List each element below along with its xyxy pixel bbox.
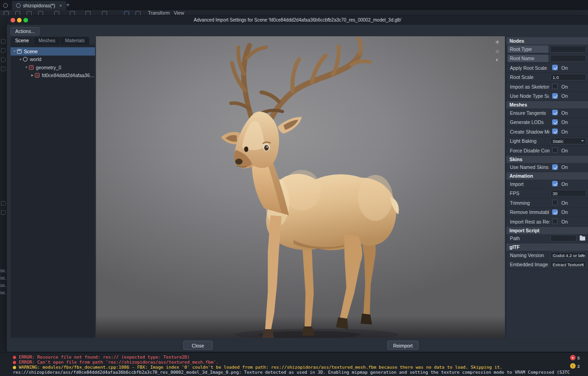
lock-tool-icon[interactable] [70,11,75,15]
snap-tool-icon[interactable] [124,11,129,15]
prop-label: Root Type [508,45,548,53]
dropdown-naming-version[interactable]: Godot 4.2 or late [550,252,586,258]
tab-scene[interactable]: Scene [11,37,34,45]
checkbox-use-named-skins[interactable] [552,164,558,170]
text-field-root-type[interactable] [550,45,586,52]
on-label: On [561,209,568,215]
file-item[interactable]: b6... [0,269,6,276]
tab-close-icon[interactable]: × [59,3,62,8]
app-icon [3,3,8,8]
prop-label: Force Disable Com [506,148,549,153]
ruler-tool-icon[interactable] [102,11,107,15]
prop-row-import-as-skeleton: Import as SkeletonOn [506,82,588,92]
file-item[interactable]: b6.. [0,291,6,298]
section-header-import-script: Import Script [506,227,588,234]
file-item[interactable]: b6... [0,276,6,283]
preview-environment-icon[interactable]: ◐ [494,56,501,63]
dialog-titlebar[interactable]: Advanced Import Settings for Scene 'fd0c… [7,16,588,25]
expander-icon[interactable]: ▼ [12,50,17,53]
reimport-button[interactable]: Reimport [387,341,418,350]
dock-icon-2[interactable] [1,48,6,53]
checkbox-create-shadow-me[interactable] [552,129,558,134]
scale-tool-icon[interactable] [38,11,43,15]
checkbox-ensure-tangents[interactable] [552,110,558,115]
group-tool-icon[interactable] [85,11,90,15]
new-tab-button[interactable]: + [66,1,70,8]
rotate-tool-icon[interactable] [27,11,32,15]
prop-label: Remove Immutabl [506,209,549,215]
dock-icon-5[interactable] [1,201,6,206]
window-zoom-button[interactable] [23,18,28,22]
preview-sunlight-icon[interactable]: ☀ [494,39,501,46]
tree-item-label: Scene [24,49,38,54]
select-tool-icon[interactable] [4,11,9,15]
prop-label: Naming Version [506,253,549,258]
checkbox-trimming[interactable] [552,200,558,205]
window-close-button[interactable] [11,18,15,22]
log-text: ERROR: Resource file not found: res:// (… [19,354,190,359]
expander-icon[interactable]: ▶ [30,73,35,77]
dock-icon-1[interactable] [1,39,6,44]
checkbox-generate-lods[interactable] [552,119,558,125]
prop-label: Embedded Image [506,262,549,267]
move-tool-icon[interactable] [15,11,20,15]
dropdown-embedded-image[interactable]: Extract Textures [550,261,586,268]
dropdown-light-baking[interactable]: Static [550,138,586,145]
folder-icon[interactable] [580,236,585,241]
scene-tab[interactable]: shizopidoras(*) × [12,1,66,10]
tree-item-label: fd0ce84ddd2d4afaa36b6ccbf... [42,73,95,78]
tree-item-fd0ce84ddd2d4afaa36b6ccbf[interactable]: ▶fd0ce84ddd2d4afaa36b6ccbf... [11,72,95,80]
tree-item-scene[interactable]: ▼Scene [11,47,95,56]
on-label: On [561,148,568,153]
expander-icon[interactable]: ▼ [18,58,23,61]
scene-tab-icon [16,3,21,8]
on-label: On [561,119,568,125]
preview-light-rotate-icon[interactable]: ☼ [494,48,501,55]
text-field-root-name[interactable] [550,55,586,62]
transform-view-menus[interactable]: Transform View [148,10,184,15]
spin-field-root-scale[interactable]: 1.0 [550,74,586,81]
warning-count-badge[interactable]: 2 [570,363,580,369]
window-minimize-button[interactable] [17,18,22,22]
checkbox-import-as-skeleton[interactable] [552,84,558,89]
checkbox-apply-root-scale[interactable] [552,65,558,70]
prop-row-root-name: Root Name [506,54,588,64]
error-count-badge[interactable]: 5 [570,355,580,360]
checkbox-import[interactable] [552,181,558,186]
tree-tabs: SceneMeshesMaterials [11,37,90,45]
tab-materials[interactable]: Materials [61,37,90,45]
file-item[interactable]: b6... [0,283,6,291]
error-dot-icon [13,356,16,359]
on-label: On [561,93,568,99]
checkbox-force-disable-com[interactable] [552,147,558,153]
scene-icon [17,49,22,54]
tree-item-geometry-0[interactable]: ▼geometry_0 [11,63,95,72]
actions-button[interactable]: Actions... [11,27,40,35]
path-field[interactable] [550,235,577,242]
left-dock-strip: b6...b6...b6...b6.. [0,15,7,353]
camera-tool-icon[interactable] [136,11,141,15]
checkbox-import-rest-as-res[interactable] [552,219,558,224]
checkbox-remove-immutabl[interactable] [552,209,558,215]
log-line-4: res://shizopidoras/ass/fd0ce84ddd2d4afaa… [13,370,570,375]
on-label: On [561,65,568,71]
warning-dot-icon [13,366,16,369]
selection-mode-icon[interactable] [54,11,59,15]
error-dot-icon [13,361,16,364]
dock-icon-6[interactable] [1,210,6,215]
checkbox-use-node-type-su[interactable] [552,93,558,99]
close-button[interactable]: Close [183,341,213,350]
error-count: 5 [577,355,580,360]
preview-viewport[interactable]: ☀ ☼ ◐ [96,36,505,338]
dock-icon-3[interactable] [1,57,6,62]
prop-label: Trimming [506,200,549,206]
dock-icon-4[interactable] [1,67,6,71]
prop-row-apply-root-scale: Apply Root ScaleOn [506,63,588,73]
prop-label: FPS [506,191,549,196]
spin-field-fps[interactable]: 30 [550,190,586,197]
tab-meshes[interactable]: Meshes [34,37,60,45]
expander-icon[interactable]: ▼ [24,66,29,69]
tree-item-world[interactable]: ▼world [11,56,95,64]
tree-item-label: world [30,56,41,62]
prop-row-embedded-image: Embedded ImageExtract Textures [506,260,588,270]
